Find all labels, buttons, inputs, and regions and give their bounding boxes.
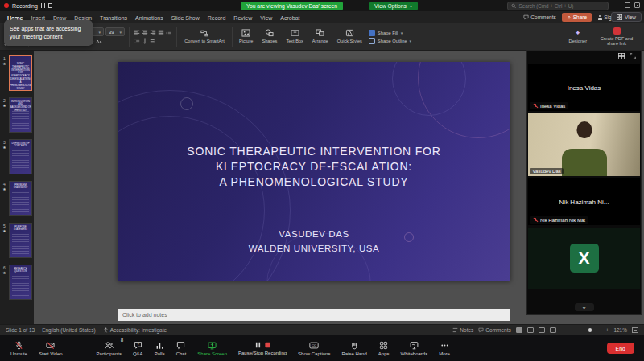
search-bar[interactable] bbox=[507, 2, 609, 10]
zoom-level[interactable]: 121% bbox=[613, 327, 627, 333]
zoom-out-button[interactable]: − bbox=[561, 327, 564, 333]
zoom-view-button[interactable]: View bbox=[611, 12, 642, 22]
font-size-select[interactable]: 39 ▾ bbox=[105, 27, 125, 36]
video-tile-shared-app[interactable]: X bbox=[528, 228, 640, 289]
thumbnail-row: 6★ RESEARCH QUESTION bbox=[2, 265, 32, 300]
slide-sorter-view-button[interactable] bbox=[527, 327, 534, 333]
more-button[interactable]: More bbox=[433, 335, 456, 361]
animation-star-icon: ★ bbox=[2, 62, 6, 66]
shape-outline-button[interactable]: Shape Outline ▾ bbox=[369, 38, 411, 44]
camera-off-icon bbox=[46, 341, 55, 350]
slide-thumbnail-4[interactable]: PROBLEM STATEMENT bbox=[9, 181, 32, 216]
tab-transitions[interactable]: Transitions bbox=[96, 14, 131, 23]
thumbnail-body-text bbox=[12, 234, 29, 255]
collapse-panel-button[interactable]: ⌄ bbox=[575, 303, 594, 311]
picture-button[interactable]: Picture bbox=[237, 29, 255, 43]
microphone-muted-icon bbox=[14, 341, 23, 350]
zoom-slider-knob[interactable] bbox=[588, 328, 592, 332]
normal-view-button[interactable] bbox=[516, 327, 522, 333]
notes-toggle-button[interactable]: Notes bbox=[452, 327, 473, 333]
tab-animations[interactable]: Animations bbox=[131, 14, 167, 23]
show-captions-button[interactable]: CC Show Captions bbox=[292, 335, 336, 361]
current-slide[interactable]: SONIC THERAPEUTIC INTERVENTION FOR KLEPT… bbox=[118, 62, 510, 281]
start-video-button[interactable]: Start Video bbox=[33, 335, 68, 361]
paragraph-group bbox=[134, 30, 172, 44]
whiteboards-button[interactable]: Whiteboards bbox=[394, 335, 433, 361]
notes-pane[interactable]: Click to add notes bbox=[118, 309, 510, 321]
language-setting[interactable]: English (United States) bbox=[42, 327, 95, 333]
expand-panel-icon[interactable] bbox=[630, 53, 636, 59]
text-box-icon bbox=[291, 29, 299, 37]
raise-hand-button[interactable]: Raise Hand bbox=[336, 335, 372, 361]
slideshow-view-button[interactable] bbox=[550, 327, 556, 333]
shapes-button[interactable]: Shapes bbox=[259, 29, 279, 43]
zoom-slider[interactable] bbox=[569, 330, 601, 330]
polls-button[interactable]: Polls bbox=[149, 335, 171, 361]
video-tile[interactable]: Nik Hazimah Ni... Nik Hazimah Nik Mat bbox=[528, 178, 640, 225]
designer-button[interactable]: ✦ Designer bbox=[567, 30, 589, 43]
grid-view-icon bbox=[617, 14, 622, 20]
picture-icon bbox=[242, 29, 250, 37]
unmute-button[interactable]: Unmute bbox=[5, 335, 33, 361]
tab-slide-show[interactable]: Slide Show bbox=[167, 14, 204, 23]
change-case-icon[interactable] bbox=[96, 39, 102, 45]
reading-view-button[interactable] bbox=[539, 327, 545, 333]
ppt-share-button[interactable]: Share bbox=[562, 13, 592, 22]
tab-review[interactable]: Review bbox=[229, 14, 256, 23]
thumbnail-body-text bbox=[12, 192, 29, 213]
create-pdf-button[interactable]: Create PDF and share link bbox=[593, 27, 640, 47]
pause-stop-recording-button[interactable]: Pause/Stop Recording bbox=[233, 335, 292, 361]
designer-sparkle-icon: ✦ bbox=[575, 30, 581, 37]
slide-thumbnail-6[interactable]: RESEARCH QUESTION bbox=[9, 265, 32, 300]
shape-fill-button[interactable]: Shape Fill ▾ bbox=[369, 30, 411, 36]
video-tile[interactable]: Inesa Vidas Inesa Vidas bbox=[528, 64, 640, 111]
apps-button[interactable]: Apps bbox=[373, 335, 395, 361]
end-meeting-button[interactable]: End bbox=[607, 343, 634, 354]
text-box-button[interactable]: Text Box bbox=[283, 29, 305, 43]
slide-thumbnail-5[interactable]: PURPOSE STATEMENT bbox=[9, 223, 32, 258]
participant-head bbox=[576, 121, 592, 138]
participant-name-tag: Vasudev Das bbox=[530, 168, 564, 174]
accessibility-checker[interactable]: Accessibility: Investigate bbox=[103, 327, 167, 333]
pause-recording-icon[interactable] bbox=[41, 3, 45, 8]
whiteboard-icon bbox=[410, 341, 419, 350]
participants-button[interactable]: 8 Participants bbox=[91, 335, 127, 361]
minimize-window-icon[interactable] bbox=[625, 2, 630, 8]
ribbon-tab-row: Home Insert Draw Design Transitions Anim… bbox=[0, 11, 644, 23]
gallery-view-icon[interactable] bbox=[618, 53, 625, 59]
qa-button[interactable]: ? Q&A bbox=[127, 335, 149, 361]
slide-thumbnail-1[interactable]: SONIC THERAPEUTIC INTERVENTION FOR KLEPT… bbox=[9, 55, 32, 91]
indent-icon[interactable] bbox=[134, 38, 140, 44]
arrange-button[interactable]: Arrange bbox=[310, 29, 331, 43]
slide-thumbnail-2[interactable]: INTRODUCTION AND BACKGROUND OF THE STUDY bbox=[9, 97, 32, 133]
muted-mic-icon bbox=[533, 103, 539, 109]
share-screen-button[interactable]: Share Screen bbox=[192, 335, 233, 361]
svg-text:?: ? bbox=[137, 342, 139, 347]
fit-slide-to-window-button[interactable] bbox=[632, 327, 638, 333]
comments-button[interactable]: Comments bbox=[523, 14, 555, 20]
stop-recording-icon[interactable] bbox=[48, 3, 53, 8]
tab-view[interactable]: View bbox=[256, 14, 276, 23]
fullscreen-icon[interactable] bbox=[634, 2, 640, 8]
chat-button[interactable]: Chat bbox=[171, 335, 192, 361]
line-spacing-icon[interactable] bbox=[142, 38, 148, 44]
text-direction-icon[interactable] bbox=[150, 38, 156, 44]
slide-thumbnail-3[interactable]: DEFINITION OF CONCEPTS bbox=[9, 139, 32, 174]
view-options-button[interactable]: View Options ⌄ bbox=[369, 2, 418, 10]
animation-star-icon: ★ bbox=[2, 104, 6, 108]
align-right-icon[interactable] bbox=[150, 30, 156, 36]
video-tile[interactable]: Vasudev Das bbox=[528, 113, 640, 176]
quick-styles-button[interactable]: Quick Styles bbox=[335, 29, 365, 43]
shape-format-group: Shape Fill ▾ Shape Outline ▾ bbox=[369, 30, 411, 44]
ppt-status-bar: Slide 1 of 13 English (United States) Ac… bbox=[0, 324, 644, 335]
justify-icon[interactable] bbox=[158, 30, 164, 36]
search-input[interactable] bbox=[518, 3, 605, 9]
convert-to-smartart-button[interactable]: Convert to SmartArt bbox=[181, 30, 228, 43]
bullet-list-icon[interactable] bbox=[166, 30, 172, 36]
align-center-icon[interactable] bbox=[142, 30, 148, 36]
tab-acrobat[interactable]: Acrobat bbox=[276, 14, 303, 23]
tab-record[interactable]: Record bbox=[204, 14, 230, 23]
align-left-icon[interactable] bbox=[134, 30, 140, 36]
comments-toggle-button[interactable]: Comments bbox=[478, 327, 510, 333]
zoom-in-button[interactable]: + bbox=[606, 327, 609, 333]
